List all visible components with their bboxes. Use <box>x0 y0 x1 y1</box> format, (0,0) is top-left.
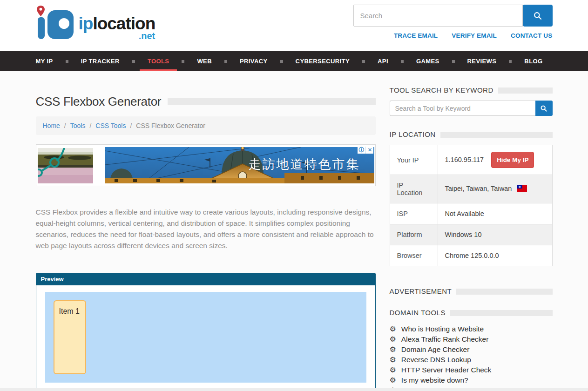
domain-tool-link[interactable]: ⚙ HTTP Server Header Check <box>390 364 553 375</box>
nav-item-label: TOOLS <box>148 51 169 71</box>
gear-icon: ⚙ <box>390 325 396 333</box>
ip-location-heading-label: IP LOCATION <box>390 130 436 139</box>
tool-search-input[interactable] <box>390 101 535 116</box>
search-icon <box>533 11 542 20</box>
nav-item[interactable]: BLOG <box>524 51 542 71</box>
domain-tools-heading: DOMAIN TOOLS <box>390 309 553 317</box>
ip-table-row: IP Location Taipei, Taiwan, Taiwan <box>390 175 552 203</box>
domain-tool-link[interactable]: ⚙ Domain Age Checker <box>390 344 553 354</box>
domain-tool-label: Who is Hosting a Website <box>401 325 484 333</box>
preview-panel-body: Item 1 <box>36 285 375 390</box>
domain-tools-list: ⚙ Who is Hosting a Website ⚙ Alexa Traff… <box>390 324 553 391</box>
gear-icon: ⚙ <box>390 335 396 343</box>
breadcrumb-item[interactable]: CSS Tools <box>95 122 136 129</box>
ad-info-icon[interactable]: ⓘ <box>358 147 364 154</box>
nav-item-label: PRIVACY <box>240 51 268 71</box>
ad-overlay-text: 走訪地道特色市集 <box>249 156 360 173</box>
heading-decor-bar <box>450 310 553 316</box>
nav-item[interactable]: IP TRACKER <box>81 51 148 71</box>
breadcrumb-item[interactable]: Tools <box>70 122 96 129</box>
advertisement-heading-label: ADVERTISEMENT <box>390 287 452 296</box>
nav-item-label: BLOG <box>524 51 542 71</box>
ip-row-label: Platform <box>390 224 438 245</box>
heading-decor-bar <box>440 132 553 138</box>
nav-item[interactable]: REVIEWS <box>467 51 525 71</box>
ip-table-row: Browser Chrome 125.0.0.0 <box>390 245 552 266</box>
gear-icon: ⚙ <box>390 376 396 384</box>
taiwan-flag-icon <box>517 185 527 193</box>
ip-row-label: Browser <box>390 245 438 266</box>
domain-tools-heading-label: DOMAIN TOOLS <box>390 309 446 317</box>
nav-item-label: API <box>378 51 388 71</box>
site-search-input[interactable] <box>353 5 523 27</box>
ip-row-label: ISP <box>390 203 438 224</box>
ip-table-row: Your IP 1.160.95.117 Hide My IP <box>390 145 552 175</box>
domain-tool-label: Alexa Traffic Rank Checker <box>401 335 489 343</box>
nav-item[interactable]: TOOLS <box>148 51 197 71</box>
preview-panel: Preview Item 1 <box>36 273 376 390</box>
flexbox-preview-container: Item 1 <box>45 292 366 383</box>
nav-item-label: MY IP <box>36 51 53 71</box>
breadcrumb-item[interactable]: Home <box>43 122 70 129</box>
ip-row-value: 1.160.95.117 <box>445 156 484 163</box>
ip-table-row: Platform Windows 10 <box>390 224 552 245</box>
domain-tool-label: HTTP Server Header Check <box>401 366 492 374</box>
gear-icon: ⚙ <box>390 345 396 353</box>
nav-item[interactable]: CYBERSECURITY <box>296 51 378 71</box>
ip-table-row: ISP Not Available <box>390 203 552 224</box>
domain-tool-link[interactable]: ⚙ Alexa Traffic Rank Checker <box>390 334 553 344</box>
logo-text-ip: ip <box>79 14 93 33</box>
nav-item[interactable]: API <box>378 51 416 71</box>
main-nav: MY IP IP TRACKER TOOLS WEB PRIVACY <box>0 51 588 71</box>
ad-close-icon[interactable]: ✕ <box>365 147 372 154</box>
search-icon <box>540 105 547 112</box>
domain-tool-link[interactable]: ⚙ Who is Hosting a Website <box>390 324 553 334</box>
hide-my-ip-button[interactable]: Hide My IP <box>491 152 534 168</box>
heading-decor-bar <box>456 289 552 295</box>
domain-tool-link[interactable]: ⚙ Reverse DNS Lookup <box>390 354 553 364</box>
ip-row-value: Not Available <box>445 210 484 217</box>
nav-item[interactable]: WEB <box>197 51 240 71</box>
breadcrumb-item: CSS Flexbox Generator <box>136 122 205 129</box>
header-link[interactable]: VERIFY EMAIL <box>452 32 497 39</box>
nav-item-label: WEB <box>197 51 212 71</box>
tool-description: CSS Flexbox provides a flexible and intu… <box>36 207 376 251</box>
page-section-divider <box>0 388 588 391</box>
advertisement-heading: ADVERTISEMENT <box>390 287 553 296</box>
flexbox-preview-item: Item 1 <box>54 300 86 374</box>
ip-row-label: Your IP <box>390 145 438 175</box>
logo-p-shape <box>47 10 74 39</box>
domain-tool-label: Is my website down? <box>401 376 468 384</box>
page-title: CSS Flexbox Generator <box>36 94 162 108</box>
tool-search-button[interactable] <box>535 101 553 116</box>
ad-image-landscape[interactable] <box>38 148 93 183</box>
map-pin-icon <box>37 6 45 16</box>
site-logo[interactable]: iplocation .net <box>36 0 155 40</box>
adchoices-chip: ⓘ ✕ <box>358 147 373 154</box>
nav-item-label: REVIEWS <box>467 51 497 71</box>
tool-search-heading: TOOL SEARCH BY KEYWORD <box>390 86 553 94</box>
logo-i-shape <box>38 17 45 39</box>
header-link[interactable]: TRACE EMAIL <box>394 32 438 39</box>
sidebar: TOOL SEARCH BY KEYWORD IP LOCATION Your … <box>390 86 553 391</box>
domain-tool-link[interactable]: ⚙ Is my website down? <box>390 375 553 385</box>
nav-item[interactable]: GAMES <box>416 51 467 71</box>
nav-item[interactable]: MY IP <box>36 51 81 71</box>
domain-tool-label: Domain Age Checker <box>401 345 469 353</box>
ip-location-table: Your IP 1.160.95.117 Hide My IP IP Locat… <box>390 145 553 266</box>
nav-item-label: IP TRACKER <box>81 51 120 71</box>
tool-search-heading-label: TOOL SEARCH BY KEYWORD <box>390 86 493 94</box>
nav-item-label: GAMES <box>416 51 439 71</box>
site-search-button[interactable] <box>523 5 553 27</box>
ip-location-heading: IP LOCATION <box>390 130 553 139</box>
preview-panel-header: Preview <box>36 273 375 285</box>
gear-icon: ⚙ <box>390 366 396 374</box>
gear-icon: ⚙ <box>390 356 396 364</box>
nav-item-label: CYBERSECURITY <box>296 51 350 71</box>
logo-text-location: location <box>93 14 155 33</box>
logo-monogram <box>36 6 79 39</box>
advertisement-banner[interactable]: 走訪地道特色市集 ⓘ ✕ <box>36 144 376 186</box>
ip-row-label: IP Location <box>390 175 438 203</box>
nav-item[interactable]: PRIVACY <box>240 51 296 71</box>
header-link[interactable]: CONTACT US <box>511 32 553 39</box>
